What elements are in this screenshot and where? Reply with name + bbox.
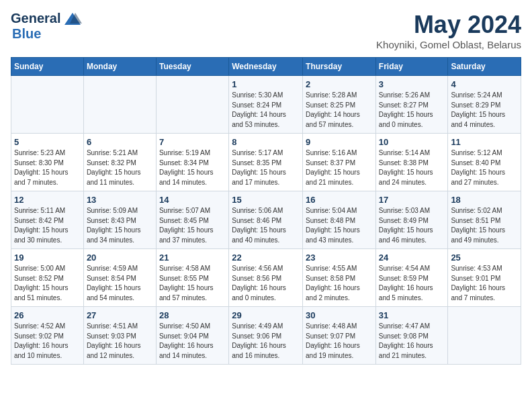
calendar-cell: 9Sunrise: 5:16 AM Sunset: 8:37 PM Daylig… bbox=[303, 134, 376, 191]
calendar-cell: 24Sunrise: 4:54 AM Sunset: 8:59 PM Dayli… bbox=[375, 249, 448, 307]
day-info: Sunrise: 5:30 AM Sunset: 8:24 PM Dayligh… bbox=[232, 91, 300, 130]
calendar-cell: 19Sunrise: 5:00 AM Sunset: 8:52 PM Dayli… bbox=[11, 249, 84, 307]
weekday-header-saturday: Saturday bbox=[448, 58, 521, 76]
calendar-cell: 14Sunrise: 5:07 AM Sunset: 8:45 PM Dayli… bbox=[156, 191, 228, 249]
calendar-cell: 7Sunrise: 5:19 AM Sunset: 8:34 PM Daylig… bbox=[156, 134, 228, 191]
weekday-header-wednesday: Wednesday bbox=[229, 58, 303, 76]
day-info: Sunrise: 5:23 AM Sunset: 8:30 PM Dayligh… bbox=[14, 148, 81, 187]
day-info: Sunrise: 5:07 AM Sunset: 8:45 PM Dayligh… bbox=[159, 206, 226, 245]
day-info: Sunrise: 5:17 AM Sunset: 8:35 PM Dayligh… bbox=[232, 148, 300, 187]
calendar-cell: 22Sunrise: 4:56 AM Sunset: 8:56 PM Dayli… bbox=[229, 249, 303, 307]
day-number: 8 bbox=[232, 137, 300, 147]
day-number: 6 bbox=[87, 137, 153, 147]
calendar-cell: 28Sunrise: 4:50 AM Sunset: 9:04 PM Dayli… bbox=[156, 307, 228, 365]
calendar-cell bbox=[11, 76, 84, 134]
weekday-header-thursday: Thursday bbox=[303, 58, 376, 76]
calendar-cell: 26Sunrise: 4:52 AM Sunset: 9:02 PM Dayli… bbox=[11, 307, 84, 365]
day-number: 19 bbox=[14, 253, 81, 263]
day-number: 13 bbox=[87, 195, 153, 205]
month-year-title: May 2024 bbox=[376, 11, 521, 39]
weekday-header-sunday: Sunday bbox=[11, 58, 84, 76]
logo: General Blue bbox=[11, 11, 82, 42]
logo-blue-text: Blue bbox=[12, 26, 41, 42]
day-number: 10 bbox=[379, 137, 445, 147]
day-info: Sunrise: 4:54 AM Sunset: 8:59 PM Dayligh… bbox=[379, 264, 445, 303]
day-info: Sunrise: 4:52 AM Sunset: 9:02 PM Dayligh… bbox=[14, 322, 81, 361]
calendar-cell: 2Sunrise: 5:28 AM Sunset: 8:25 PM Daylig… bbox=[303, 76, 376, 134]
day-info: Sunrise: 4:51 AM Sunset: 9:03 PM Dayligh… bbox=[87, 322, 153, 361]
calendar-cell: 21Sunrise: 4:58 AM Sunset: 8:55 PM Dayli… bbox=[156, 249, 228, 307]
calendar-week-row: 12Sunrise: 5:11 AM Sunset: 8:42 PM Dayli… bbox=[11, 191, 521, 249]
calendar-cell bbox=[156, 76, 228, 134]
day-info: Sunrise: 5:24 AM Sunset: 8:29 PM Dayligh… bbox=[451, 91, 518, 130]
day-info: Sunrise: 5:19 AM Sunset: 8:34 PM Dayligh… bbox=[159, 148, 226, 187]
calendar-week-row: 1Sunrise: 5:30 AM Sunset: 8:24 PM Daylig… bbox=[11, 76, 521, 134]
day-number: 3 bbox=[379, 79, 445, 89]
day-number: 31 bbox=[379, 310, 445, 320]
day-number: 23 bbox=[306, 253, 373, 263]
calendar-cell: 12Sunrise: 5:11 AM Sunset: 8:42 PM Dayli… bbox=[11, 191, 84, 249]
day-info: Sunrise: 4:53 AM Sunset: 9:01 PM Dayligh… bbox=[451, 264, 518, 303]
day-number: 15 bbox=[232, 195, 300, 205]
day-info: Sunrise: 5:06 AM Sunset: 8:46 PM Dayligh… bbox=[232, 206, 300, 245]
calendar-cell: 13Sunrise: 5:09 AM Sunset: 8:43 PM Dayli… bbox=[83, 191, 156, 249]
calendar-cell: 11Sunrise: 5:12 AM Sunset: 8:40 PM Dayli… bbox=[448, 134, 521, 191]
day-info: Sunrise: 5:26 AM Sunset: 8:27 PM Dayligh… bbox=[379, 91, 445, 130]
day-number: 1 bbox=[232, 79, 300, 89]
day-number: 21 bbox=[159, 253, 226, 263]
day-number: 12 bbox=[14, 195, 81, 205]
calendar-cell: 4Sunrise: 5:24 AM Sunset: 8:29 PM Daylig… bbox=[448, 76, 521, 134]
day-info: Sunrise: 4:50 AM Sunset: 9:04 PM Dayligh… bbox=[159, 322, 226, 361]
calendar-cell: 17Sunrise: 5:03 AM Sunset: 8:49 PM Dayli… bbox=[375, 191, 448, 249]
day-info: Sunrise: 5:04 AM Sunset: 8:48 PM Dayligh… bbox=[306, 206, 373, 245]
calendar-cell: 15Sunrise: 5:06 AM Sunset: 8:46 PM Dayli… bbox=[229, 191, 303, 249]
calendar-cell bbox=[83, 76, 156, 134]
day-number: 27 bbox=[87, 310, 153, 320]
day-info: Sunrise: 4:48 AM Sunset: 9:07 PM Dayligh… bbox=[306, 322, 373, 361]
day-info: Sunrise: 5:14 AM Sunset: 8:38 PM Dayligh… bbox=[379, 148, 445, 187]
weekday-header-friday: Friday bbox=[375, 58, 448, 76]
day-number: 29 bbox=[232, 310, 300, 320]
calendar-week-row: 26Sunrise: 4:52 AM Sunset: 9:02 PM Dayli… bbox=[11, 307, 521, 365]
day-info: Sunrise: 4:58 AM Sunset: 8:55 PM Dayligh… bbox=[159, 264, 226, 303]
day-number: 9 bbox=[306, 137, 373, 147]
logo-general-text: General bbox=[11, 11, 60, 26]
location-subtitle: Khoyniki, Gomel Oblast, Belarus bbox=[376, 39, 521, 50]
day-info: Sunrise: 5:21 AM Sunset: 8:32 PM Dayligh… bbox=[87, 148, 153, 187]
weekday-header-monday: Monday bbox=[83, 58, 156, 76]
day-number: 26 bbox=[14, 310, 81, 320]
day-number: 16 bbox=[306, 195, 373, 205]
calendar-week-row: 19Sunrise: 5:00 AM Sunset: 8:52 PM Dayli… bbox=[11, 249, 521, 307]
calendar-cell: 23Sunrise: 4:55 AM Sunset: 8:58 PM Dayli… bbox=[303, 249, 376, 307]
calendar-cell: 8Sunrise: 5:17 AM Sunset: 8:35 PM Daylig… bbox=[229, 134, 303, 191]
calendar-cell: 29Sunrise: 4:49 AM Sunset: 9:06 PM Dayli… bbox=[229, 307, 303, 365]
day-number: 2 bbox=[306, 79, 373, 89]
day-info: Sunrise: 4:55 AM Sunset: 8:58 PM Dayligh… bbox=[306, 264, 373, 303]
day-info: Sunrise: 5:02 AM Sunset: 8:51 PM Dayligh… bbox=[451, 206, 518, 245]
day-number: 11 bbox=[451, 137, 518, 147]
day-info: Sunrise: 4:47 AM Sunset: 9:08 PM Dayligh… bbox=[379, 322, 445, 361]
page-header: General Blue May 2024 Khoyniki, Gomel Ob… bbox=[11, 11, 521, 50]
day-info: Sunrise: 5:03 AM Sunset: 8:49 PM Dayligh… bbox=[379, 206, 445, 245]
calendar-cell: 30Sunrise: 4:48 AM Sunset: 9:07 PM Dayli… bbox=[303, 307, 376, 365]
title-section: May 2024 Khoyniki, Gomel Oblast, Belarus bbox=[376, 11, 521, 50]
calendar-cell: 10Sunrise: 5:14 AM Sunset: 8:38 PM Dayli… bbox=[375, 134, 448, 191]
day-number: 4 bbox=[451, 79, 518, 89]
day-info: Sunrise: 5:09 AM Sunset: 8:43 PM Dayligh… bbox=[87, 206, 153, 245]
calendar-cell: 5Sunrise: 5:23 AM Sunset: 8:30 PM Daylig… bbox=[11, 134, 84, 191]
calendar-cell: 31Sunrise: 4:47 AM Sunset: 9:08 PM Dayli… bbox=[375, 307, 448, 365]
day-info: Sunrise: 5:16 AM Sunset: 8:37 PM Dayligh… bbox=[306, 148, 373, 187]
day-number: 18 bbox=[451, 195, 518, 205]
day-info: Sunrise: 4:59 AM Sunset: 8:54 PM Dayligh… bbox=[87, 264, 153, 303]
day-number: 22 bbox=[232, 253, 300, 263]
day-number: 30 bbox=[306, 310, 373, 320]
calendar-cell: 27Sunrise: 4:51 AM Sunset: 9:03 PM Dayli… bbox=[83, 307, 156, 365]
weekday-header-tuesday: Tuesday bbox=[156, 58, 228, 76]
weekday-header-row: SundayMondayTuesdayWednesdayThursdayFrid… bbox=[11, 58, 521, 76]
day-number: 28 bbox=[159, 310, 226, 320]
day-number: 25 bbox=[451, 253, 518, 263]
calendar-cell bbox=[448, 307, 521, 365]
calendar-cell: 20Sunrise: 4:59 AM Sunset: 8:54 PM Dayli… bbox=[83, 249, 156, 307]
day-number: 20 bbox=[87, 253, 153, 263]
calendar-week-row: 5Sunrise: 5:23 AM Sunset: 8:30 PM Daylig… bbox=[11, 134, 521, 191]
